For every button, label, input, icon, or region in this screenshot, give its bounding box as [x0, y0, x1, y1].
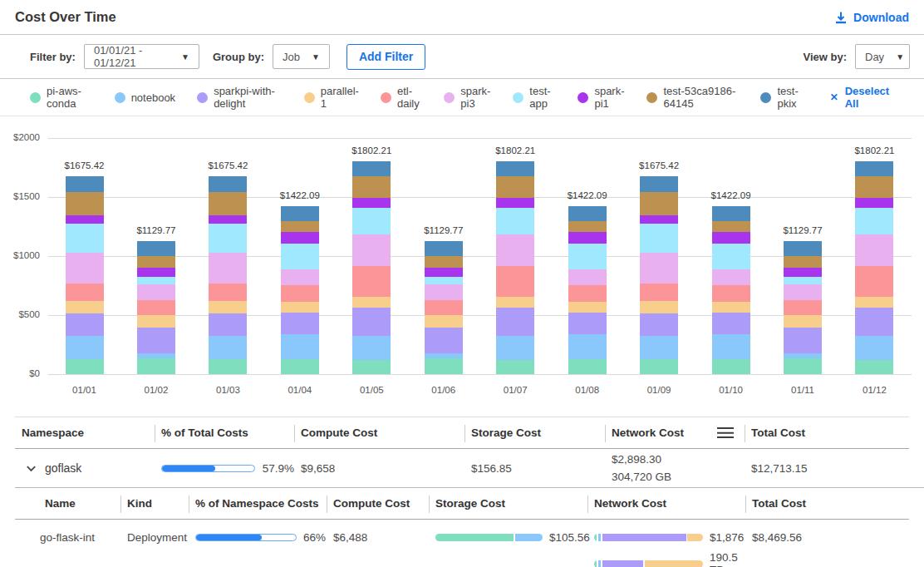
bar-segment-spark-pi1[interactable] — [425, 268, 463, 277]
col-header-total[interactable]: Total Cost — [745, 417, 909, 448]
bar-segment-test-53ca9186-64145[interactable] — [568, 221, 607, 232]
bar-segment-etl-daily[interactable] — [712, 285, 750, 301]
bar-segment-parallel-1[interactable] — [352, 297, 391, 308]
deselect-all-button[interactable]: ✕ Deselect All — [830, 85, 894, 110]
legend-item-test-app[interactable]: test-app — [513, 85, 556, 110]
bar-segment-etl-daily[interactable] — [568, 285, 607, 301]
view-by-select[interactable]: Day ▼ — [855, 44, 910, 69]
bar-segment-etl-daily[interactable] — [209, 284, 247, 301]
bar-segment-notebook[interactable] — [209, 336, 247, 360]
bar-segment-test-app[interactable] — [281, 244, 319, 269]
bar-segment-test-app[interactable] — [496, 208, 534, 234]
bar-segment-sparkpi-with-delight[interactable] — [281, 313, 319, 335]
bar-segment-spark-pi3[interactable] — [496, 234, 534, 266]
stacked-bar-01/02[interactable] — [137, 241, 175, 374]
col-header-total[interactable]: Total Cost — [745, 488, 909, 519]
col-header-kind[interactable]: Kind — [120, 488, 189, 519]
bar-segment-test-53ca9186-64145[interactable] — [640, 192, 678, 215]
group-by-select[interactable]: Job ▼ — [273, 44, 330, 69]
legend-item-notebook[interactable]: notebook — [115, 91, 176, 104]
stacked-bar-01/10[interactable] — [712, 206, 750, 374]
col-header-pct-total[interactable]: % of Total Costs — [155, 417, 294, 448]
col-header-name[interactable]: Name — [15, 488, 120, 519]
stacked-bar-01/07[interactable] — [496, 161, 534, 374]
bar-segment-parallel-1[interactable] — [137, 315, 175, 328]
col-header-namespace[interactable]: Namespace — [15, 417, 155, 448]
legend-item-sparkpi-with-delight[interactable]: sparkpi-with-delight — [197, 85, 283, 110]
bar-segment-test-pkix[interactable] — [209, 176, 247, 192]
stacked-bar-01/04[interactable] — [281, 206, 319, 374]
bar-segment-spark-pi1[interactable] — [784, 268, 822, 277]
stacked-bar-01/05[interactable] — [352, 161, 391, 374]
bar-segment-parallel-1[interactable] — [209, 301, 247, 313]
bar-segment-test-pkix[interactable] — [281, 206, 319, 221]
bar-segment-test-pkix[interactable] — [640, 176, 678, 192]
stacked-bar-01/08[interactable] — [568, 206, 607, 374]
legend-item-etl-daily[interactable]: etl-daily — [381, 85, 422, 110]
bar-segment-spark-pi1[interactable] — [352, 198, 391, 208]
bar-segment-test-app[interactable] — [66, 224, 104, 253]
bar-segment-spark-pi3[interactable] — [712, 269, 750, 285]
bar-segment-etl-daily[interactable] — [496, 266, 534, 297]
bar-segment-pi-aws-conda[interactable] — [855, 360, 893, 374]
bar-segment-spark-pi1[interactable] — [496, 198, 534, 208]
bar-segment-notebook[interactable] — [352, 336, 391, 360]
col-header-compute[interactable]: Compute Cost — [294, 417, 464, 448]
column-settings-icon[interactable] — [717, 427, 734, 438]
bar-segment-etl-daily[interactable] — [352, 266, 391, 297]
col-header-network[interactable]: Network Cost — [587, 488, 745, 519]
bar-segment-pi-aws-conda[interactable] — [496, 360, 534, 374]
bar-segment-sparkpi-with-delight[interactable] — [568, 313, 607, 335]
bar-segment-pi-aws-conda[interactable] — [784, 358, 822, 374]
bar-segment-notebook[interactable] — [640, 336, 678, 360]
bar-segment-etl-daily[interactable] — [137, 300, 175, 315]
bar-segment-test-app[interactable] — [209, 224, 247, 253]
legend-item-spark-pi1[interactable]: spark-pi1 — [578, 85, 625, 110]
bar-segment-test-53ca9186-64145[interactable] — [352, 176, 391, 198]
bar-segment-etl-daily[interactable] — [66, 284, 104, 301]
bar-segment-etl-daily[interactable] — [855, 266, 893, 297]
bar-segment-test-53ca9186-64145[interactable] — [496, 176, 534, 198]
bar-segment-spark-pi3[interactable] — [66, 253, 104, 284]
bar-segment-parallel-1[interactable] — [496, 297, 534, 308]
bar-segment-sparkpi-with-delight[interactable] — [209, 313, 247, 336]
legend-item-test-pkix[interactable]: test-pkix — [760, 85, 804, 110]
bar-segment-test-pkix[interactable] — [784, 241, 822, 257]
bar-segment-sparkpi-with-delight[interactable] — [784, 328, 822, 353]
bar-segment-parallel-1[interactable] — [784, 315, 822, 328]
stacked-bar-01/12[interactable] — [855, 161, 893, 374]
bar-segment-parallel-1[interactable] — [855, 297, 893, 308]
bar-segment-spark-pi1[interactable] — [66, 215, 104, 224]
bar-segment-etl-daily[interactable] — [425, 300, 463, 315]
add-filter-button[interactable]: Add Filter — [346, 44, 425, 70]
bar-segment-test-app[interactable] — [640, 224, 678, 253]
download-button[interactable]: Download — [834, 11, 909, 24]
bar-segment-spark-pi3[interactable] — [784, 284, 822, 300]
stacked-bar-01/06[interactable] — [425, 241, 463, 374]
bar-segment-test-53ca9186-64145[interactable] — [425, 256, 463, 267]
bar-segment-spark-pi1[interactable] — [209, 215, 247, 224]
bar-segment-spark-pi3[interactable] — [425, 284, 463, 300]
legend-item-spark-pi3[interactable]: spark-pi3 — [444, 85, 491, 110]
stacked-bar-01/11[interactable] — [784, 241, 822, 374]
bar-segment-test-app[interactable] — [568, 244, 607, 269]
bar-segment-parallel-1[interactable] — [640, 301, 678, 313]
bar-segment-test-pkix[interactable] — [568, 206, 607, 221]
bar-segment-notebook[interactable] — [712, 334, 750, 359]
bar-segment-pi-aws-conda[interactable] — [640, 359, 678, 374]
bar-segment-notebook[interactable] — [855, 336, 893, 360]
bar-segment-pi-aws-conda[interactable] — [568, 359, 607, 374]
bar-segment-spark-pi3[interactable] — [855, 234, 893, 266]
bar-segment-spark-pi3[interactable] — [209, 253, 247, 284]
bar-segment-spark-pi1[interactable] — [137, 268, 175, 277]
date-range-select[interactable]: 01/01/21 - 01/12/21 ▼ — [84, 44, 199, 69]
bar-segment-pi-aws-conda[interactable] — [66, 359, 104, 374]
bar-segment-test-53ca9186-64145[interactable] — [281, 221, 319, 232]
bar-segment-pi-aws-conda[interactable] — [281, 359, 319, 374]
bar-segment-parallel-1[interactable] — [66, 301, 104, 313]
bar-segment-notebook[interactable] — [66, 336, 104, 360]
bar-segment-parallel-1[interactable] — [425, 315, 463, 328]
bar-segment-pi-aws-conda[interactable] — [712, 359, 750, 374]
bar-segment-pi-aws-conda[interactable] — [425, 358, 463, 374]
bar-segment-parallel-1[interactable] — [712, 302, 750, 313]
